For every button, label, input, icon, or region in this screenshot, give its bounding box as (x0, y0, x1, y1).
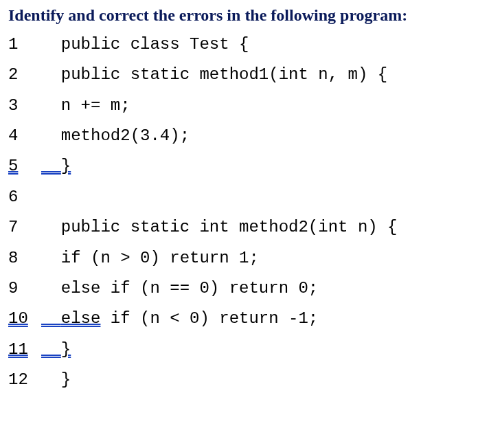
code-text-pre: else (61, 309, 101, 328)
line-number: 2 (8, 60, 41, 90)
line-number: 7 (8, 212, 41, 243)
question-heading: Identify and correct the errors in the f… (8, 5, 470, 25)
code-text: method2(3.4); (61, 126, 190, 145)
code-line: 12 } (8, 365, 470, 395)
code-indent (41, 218, 61, 236)
code-line: 7 public static int method2(int n) { (8, 212, 470, 243)
line-number: 6 (8, 182, 41, 212)
code-text: public static int method2(int n) { (61, 218, 398, 236)
code-indent (41, 309, 61, 328)
line-number: 11 (8, 335, 41, 365)
code-indent (41, 126, 61, 145)
code-text: } (61, 157, 71, 175)
line-number: 9 (8, 273, 41, 304)
line-number: 12 (8, 365, 41, 395)
code-line: 10 else if (n < 0) return -1; (8, 304, 470, 334)
code-line: 2 public static method1(int n, m) { (8, 60, 470, 90)
code-indent (41, 157, 61, 175)
code-block: 1 public class Test { 2 public static me… (8, 30, 470, 396)
code-line: 8 if (n > 0) return 1; (8, 243, 470, 273)
code-indent (41, 65, 61, 84)
code-text: else if (n == 0) return 0; (61, 279, 318, 298)
code-text: public class Test { (61, 35, 249, 54)
code-indent (41, 35, 61, 54)
code-line: 6 (8, 182, 470, 212)
line-number: 4 (8, 121, 41, 151)
code-line: 3 n += m; (8, 91, 470, 121)
code-indent (41, 340, 61, 359)
code-text: public static method1(int n, m) { (61, 65, 387, 84)
code-line: 1 public class Test { (8, 30, 470, 60)
code-line: 5 } (8, 151, 470, 181)
code-indent (41, 96, 61, 115)
line-number: 10 (8, 304, 41, 334)
code-line: 9 else if (n == 0) return 0; (8, 273, 470, 304)
line-number: 3 (8, 91, 41, 121)
code-text: } (61, 370, 71, 389)
code-text: n += m; (61, 96, 130, 115)
code-text-post: if (n < 0) return -1; (100, 309, 318, 328)
code-indent (41, 279, 61, 298)
code-line: 4 method2(3.4); (8, 121, 470, 151)
line-number: 5 (8, 151, 41, 181)
code-line: 11 } (8, 335, 470, 365)
code-indent (41, 370, 61, 389)
code-indent (41, 249, 61, 267)
code-text: if (n > 0) return 1; (61, 249, 259, 267)
line-number: 8 (8, 243, 41, 273)
code-text: } (61, 340, 71, 359)
line-number: 1 (8, 30, 41, 60)
